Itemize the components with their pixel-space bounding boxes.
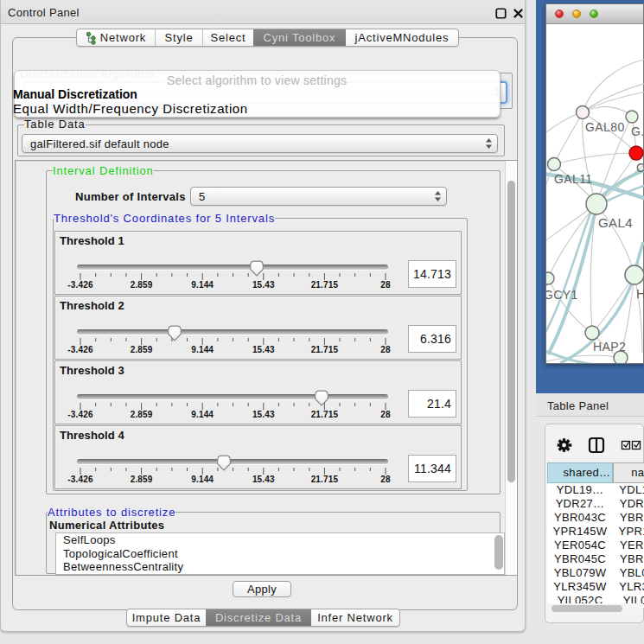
svg-text:GCY1: GCY1 (546, 288, 578, 302)
svg-text:GAL4: GAL4 (598, 215, 633, 230)
svg-text:H: H (636, 286, 644, 301)
svg-text:GAL11: GAL11 (554, 172, 593, 186)
svg-text:C: C (636, 161, 644, 175)
svg-text:HAP2: HAP2 (593, 340, 626, 354)
svg-text:GAL80: GAL80 (585, 120, 625, 134)
svg-text:G.: G. (631, 124, 644, 138)
